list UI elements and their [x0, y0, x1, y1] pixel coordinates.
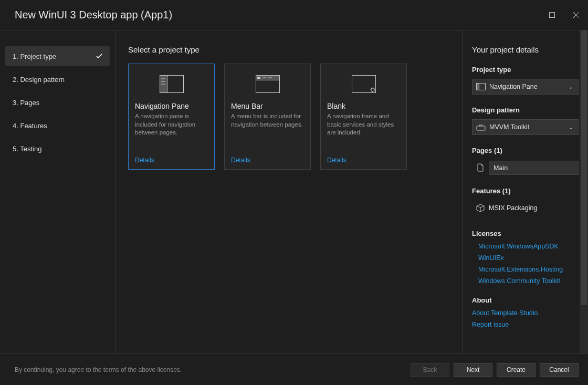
maximize-button[interactable] [540, 7, 564, 24]
step-project-type[interactable]: 1. Project type [5, 46, 110, 66]
titlebar: New WinUI 3 Desktop app (App1) [0, 0, 588, 30]
step-design-pattern[interactable]: 2. Design pattern [5, 69, 110, 89]
license-link[interactable]: Microsoft.Extensions.Hosting [478, 266, 579, 273]
details-panel: Your project details Project type Naviga… [462, 30, 588, 353]
window-title: New WinUI 3 Desktop app (App1) [15, 9, 172, 21]
step-label: 3. Pages [13, 99, 39, 107]
content-heading: Select a project type [128, 45, 449, 54]
footer-text: By continuing, you agree to the terms of… [15, 366, 182, 373]
footer: By continuing, you agree to the terms of… [0, 353, 588, 385]
feature-row: MSIX Packaging [472, 200, 579, 216]
card-blank[interactable]: Blank A navigation frame and basic servi… [320, 64, 407, 170]
close-icon [573, 12, 579, 18]
create-button[interactable]: Create [497, 363, 536, 377]
scrollbar-thumb[interactable] [581, 30, 587, 305]
menu-bar-icon [231, 71, 304, 97]
svg-rect-24 [477, 84, 479, 90]
about-links: About Template Studio Report issue [472, 309, 579, 328]
project-type-label: Project type [472, 66, 579, 74]
steps-sidebar: 1. Project type 2. Design pattern 3. Pag… [0, 30, 116, 353]
license-link[interactable]: Microsoft.WindowsAppSDK [478, 243, 579, 250]
main: Select a project type Navigation Pane A … [116, 30, 588, 353]
design-pattern-value: MVVM Toolkit [489, 123, 569, 131]
step-label: 5. Testing [13, 145, 41, 153]
navigation-pane-small-icon [472, 83, 489, 90]
card-desc: A menu bar is included for navigation be… [231, 112, 304, 157]
content-area: Select a project type Navigation Pane A … [116, 30, 462, 353]
project-type-select[interactable]: Navigation Pane ⌄ [472, 79, 579, 95]
pages-label: Pages (1) [472, 147, 579, 154]
package-icon [472, 203, 489, 213]
design-pattern-select[interactable]: MVVM Toolkit ⌄ [472, 119, 579, 135]
features-label: Features (1) [472, 187, 579, 195]
back-button: Back [411, 363, 449, 377]
license-link[interactable]: Windows Community Toolkit [478, 277, 579, 285]
feature-text: MSIX Packaging [489, 204, 537, 212]
step-label: 1. Project type [13, 53, 56, 60]
svg-line-21 [374, 88, 374, 89]
step-pages[interactable]: 3. Pages [5, 92, 110, 112]
maximize-icon [549, 12, 555, 18]
card-menu-bar[interactable]: Menu Bar A menu bar is included for navi… [224, 64, 311, 170]
about-link[interactable]: About Template Studio [472, 309, 579, 317]
check-icon [96, 53, 102, 60]
body: 1. Project type 2. Design pattern 3. Pag… [0, 30, 588, 353]
details-link[interactable]: Details [327, 157, 346, 164]
close-button[interactable] [564, 7, 588, 24]
page-row: Main [472, 160, 579, 175]
design-pattern-label: Design pattern [472, 106, 579, 114]
card-title: Menu Bar [231, 102, 304, 110]
svg-line-19 [371, 88, 371, 89]
details-heading: Your project details [472, 45, 579, 54]
license-links: Microsoft.WindowsAppSDK WinUIEx Microsof… [472, 243, 579, 285]
svg-rect-25 [477, 126, 485, 130]
card-navigation-pane[interactable]: Navigation Pane A navigation pane is inc… [128, 64, 215, 170]
card-title: Blank [327, 102, 400, 110]
step-testing[interactable]: 5. Testing [5, 139, 110, 159]
page-icon [472, 163, 489, 172]
card-title: Navigation Pane [135, 102, 208, 110]
about-link[interactable]: Report issue [472, 321, 579, 328]
navigation-pane-icon [135, 71, 208, 97]
project-type-value: Navigation Pane [489, 83, 569, 90]
chevron-down-icon: ⌄ [569, 124, 578, 130]
license-link[interactable]: WinUIEx [478, 254, 579, 262]
svg-rect-10 [257, 77, 260, 79]
details-link[interactable]: Details [135, 157, 154, 164]
cancel-button[interactable]: Cancel [540, 363, 579, 377]
footer-buttons: Back Next Create Cancel [411, 363, 579, 377]
chevron-down-icon: ⌄ [569, 84, 578, 90]
svg-line-22 [371, 91, 371, 91]
next-button[interactable]: Next [454, 363, 492, 377]
licenses-label: Licenses [472, 230, 579, 237]
svg-rect-0 [549, 13, 554, 18]
step-label: 4. Features [13, 122, 47, 130]
scrollbar[interactable] [580, 30, 588, 353]
step-label: 2. Design pattern [13, 76, 65, 84]
svg-rect-13 [352, 76, 375, 93]
page-name-input[interactable]: Main [489, 161, 579, 175]
window-controls [540, 7, 588, 24]
details-link[interactable]: Details [231, 157, 250, 164]
toolkit-icon [472, 123, 489, 131]
template-cards: Navigation Pane A navigation pane is inc… [128, 64, 449, 170]
wizard-window: New WinUI 3 Desktop app (App1) 1. Projec… [0, 0, 588, 385]
about-label: About [472, 296, 579, 304]
blank-icon [327, 71, 400, 97]
card-desc: A navigation frame and basic services an… [327, 112, 400, 157]
svg-line-20 [374, 91, 374, 91]
card-desc: A navigation pane is included for naviga… [135, 112, 208, 157]
step-features[interactable]: 4. Features [5, 116, 110, 136]
